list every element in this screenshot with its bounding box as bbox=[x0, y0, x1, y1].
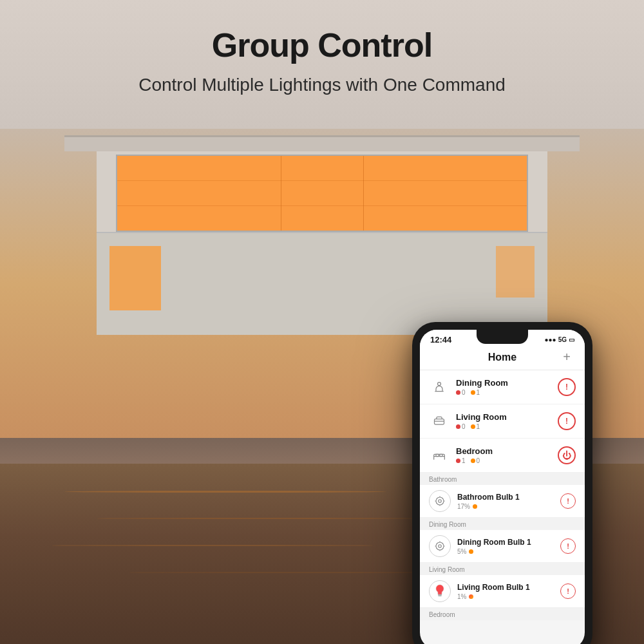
dining-bulb-status: 5% bbox=[457, 548, 560, 555]
rooms-section: Dining Room 0 1 bbox=[420, 370, 585, 473]
page-wrapper: Group Control Control Multiple Lightings… bbox=[0, 0, 644, 644]
phone-outer-frame: 12:44 ●●● 5G ▭ Home + bbox=[412, 322, 592, 644]
svg-rect-4 bbox=[440, 454, 442, 456]
app-title: Home bbox=[446, 352, 559, 363]
bedroom-offline-stat: 1 bbox=[456, 457, 466, 464]
living-bulb-status: 1% bbox=[457, 593, 560, 600]
battery-icon: ▭ bbox=[569, 336, 574, 343]
svg-point-12 bbox=[439, 545, 442, 548]
bathroom-pct: 17% bbox=[457, 503, 470, 510]
online-dot-br bbox=[471, 459, 475, 463]
dining-online-stat: 1 bbox=[471, 389, 480, 396]
section-living: Living Room bbox=[420, 563, 585, 575]
dining-room-action[interactable]: ! bbox=[558, 378, 576, 396]
bedroom-stats: 1 0 bbox=[456, 457, 558, 464]
living-room-action[interactable]: ! bbox=[558, 412, 576, 430]
section-dining: Dining Room bbox=[420, 518, 585, 530]
phone-mockup: 12:44 ●●● 5G ▭ Home + bbox=[412, 322, 592, 644]
dining-offline-count: 0 bbox=[462, 389, 466, 396]
dining-pct: 5% bbox=[457, 548, 466, 555]
dining-bulb-action[interactable]: ! bbox=[560, 538, 576, 554]
room-item-bedroom[interactable]: Bedroom 1 0 bbox=[420, 439, 585, 473]
bedroom-icon bbox=[429, 445, 450, 466]
svg-point-0 bbox=[438, 383, 441, 386]
status-time: 12:44 bbox=[430, 335, 451, 345]
app-header: Home + bbox=[420, 347, 585, 370]
svg-rect-3 bbox=[436, 454, 439, 456]
dining-online-count: 1 bbox=[477, 389, 480, 396]
bedroom-info: Bedroom 1 0 bbox=[456, 446, 558, 464]
bedroom-name: Bedroom bbox=[456, 446, 558, 456]
window-right bbox=[496, 246, 535, 298]
roof-overhang bbox=[64, 135, 580, 151]
living-bulb-info: Living Room Bulb 1 1% bbox=[457, 583, 560, 600]
dining-room-name: Dining Room bbox=[456, 378, 558, 388]
living-pct: 1% bbox=[457, 593, 466, 600]
bedroom-online-count: 0 bbox=[477, 457, 480, 464]
living-status-dot bbox=[469, 594, 473, 599]
living-online-stat: 1 bbox=[471, 423, 480, 430]
room-item-living[interactable]: Living Room 0 1 bbox=[420, 404, 585, 439]
offline-dot bbox=[456, 390, 460, 395]
dining-bulb-name: Dining Room Bulb 1 bbox=[457, 538, 560, 547]
status-icons: ●●● 5G ▭ bbox=[545, 336, 574, 343]
section-bedroom-devices: Bedroom bbox=[420, 608, 585, 620]
bathroom-bulb-info: Bathroom Bulb 1 17% bbox=[457, 493, 560, 510]
upper-windows bbox=[116, 155, 528, 232]
signal-icon: ●●● bbox=[545, 336, 556, 343]
device-living-bulb1[interactable]: Living Room Bulb 1 1% ! bbox=[420, 575, 585, 608]
offline-dot-br bbox=[456, 459, 460, 463]
page-title: Group Control bbox=[0, 26, 644, 64]
window-left bbox=[109, 246, 161, 310]
device-bathroom-bulb1[interactable]: Bathroom Bulb 1 17% ! bbox=[420, 485, 585, 518]
dining-status-dot bbox=[469, 549, 473, 554]
network-label: 5G bbox=[558, 336, 567, 343]
living-offline-count: 0 bbox=[462, 423, 466, 430]
bathroom-bulb-name: Bathroom Bulb 1 bbox=[457, 493, 560, 502]
header-section: Group Control Control Multiple Lightings… bbox=[0, 0, 644, 95]
svg-point-11 bbox=[436, 542, 444, 550]
bathroom-bulb-status: 17% bbox=[457, 503, 560, 510]
bedroom-online-stat: 0 bbox=[471, 457, 480, 464]
living-bulb-icon bbox=[429, 580, 451, 602]
house-body bbox=[97, 142, 547, 335]
section-bathroom: Bathroom bbox=[420, 473, 585, 485]
page-subtitle: Control Multiple Lightings with One Comm… bbox=[0, 75, 644, 95]
phone-screen: 12:44 ●●● 5G ▭ Home + bbox=[420, 330, 585, 644]
room-item-dining[interactable]: Dining Room 0 1 bbox=[420, 370, 585, 404]
dining-bulb-info: Dining Room Bulb 1 5% bbox=[457, 538, 560, 555]
svg-point-5 bbox=[436, 497, 444, 505]
svg-rect-18 bbox=[439, 596, 442, 597]
dining-room-info: Dining Room 0 1 bbox=[456, 378, 558, 396]
living-room-info: Living Room 0 1 bbox=[456, 412, 558, 430]
bathroom-status-dot bbox=[473, 504, 477, 509]
bathroom-bulb-icon bbox=[429, 490, 451, 512]
dining-room-stats: 0 1 bbox=[456, 389, 558, 396]
living-room-name: Living Room bbox=[456, 412, 558, 422]
online-dot bbox=[471, 390, 475, 395]
bathroom-bulb-action[interactable]: ! bbox=[560, 493, 576, 509]
living-room-icon bbox=[429, 411, 450, 431]
bedroom-power-action[interactable]: ⏻ bbox=[558, 446, 576, 464]
svg-rect-17 bbox=[438, 594, 442, 596]
dining-offline-stat: 0 bbox=[456, 389, 466, 396]
add-button[interactable]: + bbox=[559, 350, 574, 365]
living-online-count: 1 bbox=[477, 423, 480, 430]
dining-room-icon bbox=[429, 377, 450, 397]
bedroom-offline-count: 1 bbox=[462, 457, 466, 464]
phone-notch bbox=[477, 330, 528, 344]
living-room-stats: 0 1 bbox=[456, 423, 558, 430]
svg-point-6 bbox=[439, 500, 442, 503]
living-bulb-action[interactable]: ! bbox=[560, 583, 576, 599]
living-offline-stat: 0 bbox=[456, 423, 466, 430]
device-dining-bulb1[interactable]: Dining Room Bulb 1 5% ! bbox=[420, 530, 585, 563]
online-dot-lr bbox=[471, 424, 475, 429]
svg-rect-2 bbox=[435, 419, 444, 424]
dining-bulb-icon bbox=[429, 535, 451, 557]
offline-dot-lr bbox=[456, 424, 460, 429]
living-bulb-name: Living Room Bulb 1 bbox=[457, 583, 560, 592]
lower-house bbox=[97, 232, 547, 335]
